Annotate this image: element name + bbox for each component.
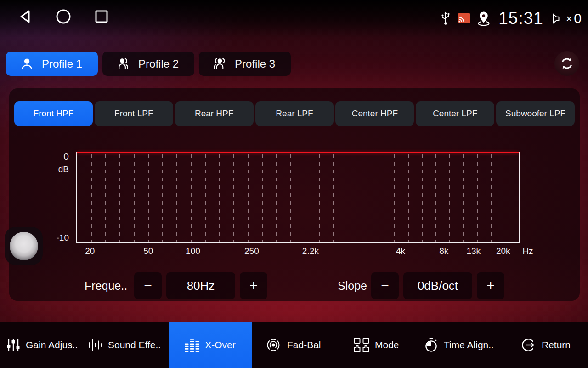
refresh-button[interactable] xyxy=(554,51,579,76)
nav-item-label: Time Align.. xyxy=(444,339,494,351)
speaker-mode-icon xyxy=(354,338,369,352)
frequency-plus-button[interactable]: + xyxy=(240,272,267,299)
gridline xyxy=(176,154,177,242)
users-3-icon xyxy=(213,57,227,71)
filter-tab-center-hpf[interactable]: Center HPF xyxy=(335,101,414,126)
gridline xyxy=(408,154,409,242)
slope-minus-button[interactable]: − xyxy=(371,272,399,299)
gridline xyxy=(148,154,149,242)
frequency-minus-button[interactable]: − xyxy=(134,272,162,299)
gridline xyxy=(248,154,249,242)
x-tick-20: 20 xyxy=(85,246,95,256)
filter-tab-subwoofer-lpf[interactable]: Subwoofer LPF xyxy=(496,101,575,126)
gridline xyxy=(477,154,478,242)
nav-item-label: Return xyxy=(542,339,571,351)
gridline xyxy=(422,154,423,242)
cast-icon xyxy=(457,13,471,24)
gridline xyxy=(105,154,106,242)
slope-value: 0dB/oct xyxy=(403,272,472,299)
volume-indicator: × 0 xyxy=(551,12,582,25)
status-icons: 15:31 × 0 xyxy=(440,6,582,31)
gridline xyxy=(134,154,135,242)
gain-sliders-icon xyxy=(6,338,20,352)
usb-icon xyxy=(440,11,451,26)
fader-balance-icon xyxy=(265,337,282,353)
volume-muted-icon xyxy=(551,12,564,25)
gridline xyxy=(333,154,334,242)
filter-tab-rear-lpf[interactable]: Rear LPF xyxy=(255,101,334,126)
gridline xyxy=(491,154,492,242)
volume-level: 0 xyxy=(574,12,582,25)
slope-label: Slope xyxy=(338,272,367,299)
x-axis-ticks: 20501002502.2k4k8k13k20k xyxy=(76,246,518,257)
home-button[interactable] xyxy=(55,8,72,27)
nav-item-time-align[interactable]: Time Align.. xyxy=(424,322,494,368)
profile-tab-3[interactable]: Profile 3 xyxy=(199,52,291,76)
response-curve-0db xyxy=(77,152,519,153)
gridline xyxy=(305,154,305,242)
filter-tabs: Front HPFFront LPFRear HPFRear LPFCenter… xyxy=(14,101,575,126)
frequency-value: 80Hz xyxy=(166,272,235,299)
gridline xyxy=(435,154,436,242)
slope-plus-button[interactable]: + xyxy=(477,272,504,299)
x-tick-13k: 13k xyxy=(466,246,481,256)
gridline xyxy=(119,154,120,242)
back-button[interactable] xyxy=(17,8,33,27)
gridline xyxy=(219,154,220,242)
gridline xyxy=(290,154,291,242)
gridline xyxy=(162,154,163,242)
profile-label: Profile 1 xyxy=(42,58,82,70)
filter-tab-rear-hpf[interactable]: Rear HPF xyxy=(175,101,254,126)
sound-effect-bars-icon xyxy=(89,338,102,352)
nav-item-return[interactable]: Return xyxy=(520,322,571,368)
gridline xyxy=(205,154,206,242)
profile-tab-1[interactable]: Profile 1 xyxy=(6,52,98,76)
gridline xyxy=(449,154,450,242)
gridline xyxy=(276,154,277,242)
x-tick-4k: 4k xyxy=(396,246,405,256)
y-axis-unit: dB xyxy=(37,164,69,174)
profile-label: Profile 3 xyxy=(235,58,275,70)
x-tick-250: 250 xyxy=(244,246,259,256)
gridline xyxy=(319,154,320,242)
nav-item-label: Mode xyxy=(375,339,399,351)
gridline xyxy=(191,154,192,242)
filter-tab-front-lpf[interactable]: Front LPF xyxy=(95,101,173,126)
x-tick-20k: 20k xyxy=(496,246,510,256)
clock: 15:31 xyxy=(498,9,543,28)
floating-knob[interactable] xyxy=(5,227,43,265)
x-tick-2-2k: 2.2k xyxy=(302,246,319,256)
crossover-eq-icon xyxy=(185,338,199,352)
android-nav-buttons xyxy=(17,8,109,27)
profile-tab-2[interactable]: Profile 2 xyxy=(102,52,194,76)
x-tick-100: 100 xyxy=(186,246,200,256)
response-chart xyxy=(76,152,520,243)
gridline xyxy=(91,154,92,242)
gridline xyxy=(394,154,395,242)
y-axis-tick-0: 0 xyxy=(37,151,69,162)
nav-item-gain-adjus[interactable]: Gain Adjus.. xyxy=(6,322,78,368)
x-tick-50: 50 xyxy=(143,246,153,256)
knob-ball xyxy=(10,232,38,260)
filter-tab-front-hpf[interactable]: Front HPF xyxy=(14,101,93,126)
nav-item-x-over[interactable]: X-Over xyxy=(169,322,252,368)
time-alignment-icon xyxy=(424,338,438,353)
profile-tabs: Profile 1Profile 2Profile 3 xyxy=(6,52,291,76)
nav-item-label: Gain Adjus.. xyxy=(26,339,78,351)
nav-item-label: Fad-Bal xyxy=(287,339,321,351)
filter-controls: Freque.. − 80Hz + Slope − 0dB/oct + xyxy=(9,272,580,299)
nav-item-fad-bal[interactable]: Fad-Bal xyxy=(265,322,321,368)
bottom-nav: Gain Adjus..Sound Effe..X-OverFad-BalMod… xyxy=(0,322,588,368)
nav-item-label: Sound Effe.. xyxy=(108,339,161,351)
nav-item-mode[interactable]: Mode xyxy=(354,322,399,368)
location-icon xyxy=(477,11,491,26)
profile-label: Profile 2 xyxy=(138,58,179,70)
crossover-panel: Front HPFFront LPFRear HPFRear LPFCenter… xyxy=(9,88,580,301)
nav-item-sound-effe[interactable]: Sound Effe.. xyxy=(89,322,161,368)
frequency-label: Freque.. xyxy=(85,272,127,299)
users-2-icon xyxy=(116,57,130,71)
nav-item-label: X-Over xyxy=(205,339,236,351)
recents-button[interactable] xyxy=(94,9,109,26)
filter-tab-center-lpf[interactable]: Center LPF xyxy=(416,101,494,126)
gridline xyxy=(463,154,464,242)
